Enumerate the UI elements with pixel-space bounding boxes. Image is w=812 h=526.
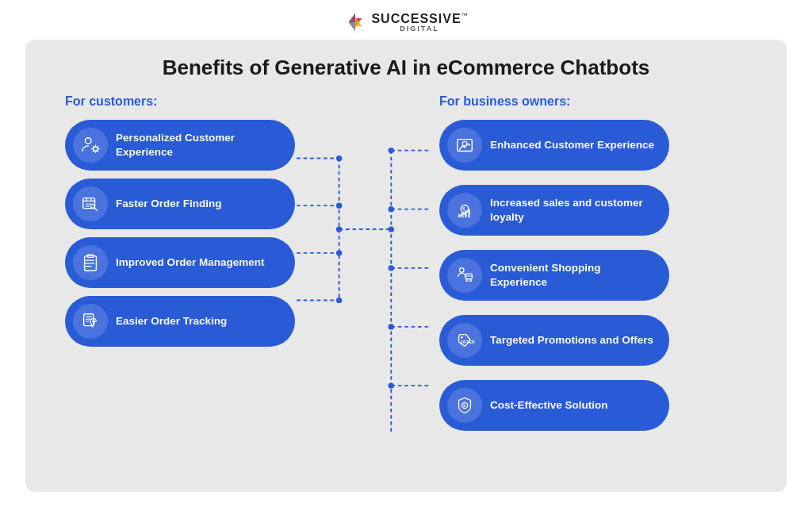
svg-point-14 <box>86 259 87 261</box>
columns-wrapper: For customers: Personalized Cust <box>49 94 763 476</box>
header: SUCCESSIVE™ DIGITAL <box>0 0 812 40</box>
cost-text: Cost-Effective Solution <box>490 398 608 413</box>
svg-point-34 <box>461 336 463 339</box>
convenient-icon-box <box>447 258 482 293</box>
main-title: Benefits of Generative AI in eCommerce C… <box>163 56 650 80</box>
right-item-increased: $ Increased sales and customer loyalty <box>439 185 669 236</box>
logo-digital: DIGITAL <box>371 25 467 33</box>
map-marker-icon <box>80 311 101 332</box>
easier-text: Easier Order Tracking <box>116 314 227 328</box>
logo-icon <box>344 11 366 33</box>
svg-point-32 <box>466 279 468 281</box>
page-wrapper: SUCCESSIVE™ DIGITAL Benefits of Generati… <box>0 0 812 526</box>
svg-point-3 <box>86 138 91 144</box>
left-item-easier: Easier Order Tracking <box>65 296 295 347</box>
enhanced-icon-box <box>447 128 482 163</box>
left-column: For customers: Personalized Cust <box>49 94 392 476</box>
faster-text: Faster Order Finding <box>116 197 222 211</box>
right-item-targeted: OFFER Targeted Promotions and Offers <box>439 315 669 366</box>
svg-rect-29 <box>468 209 470 217</box>
user-gear-icon <box>80 135 101 155</box>
enhanced-text: Enhanced Customer Experience <box>490 138 654 152</box>
increased-text: Increased sales and customer loyalty <box>490 196 655 224</box>
right-item-enhanced: Enhanced Customer Experience <box>439 120 669 171</box>
clipboard-list-icon <box>80 252 101 273</box>
svg-marker-2 <box>349 13 355 31</box>
chart-up-icon <box>454 135 475 155</box>
right-column-label: For business owners: <box>439 94 570 109</box>
logo-text: SUCCESSIVE™ DIGITAL <box>371 13 467 33</box>
targeted-icon-box: OFFER <box>447 323 482 358</box>
logo-tm: ™ <box>462 13 468 19</box>
coin-shield-icon: $ <box>454 395 475 416</box>
svg-rect-28 <box>465 210 467 217</box>
svg-point-21 <box>92 321 94 323</box>
increased-icon-box: $ <box>447 193 482 228</box>
personalized-text: Personalized CustomerExperience <box>116 131 235 159</box>
svg-point-33 <box>469 279 471 281</box>
targeted-text: Targeted Promotions and Offers <box>490 333 653 347</box>
convenient-text: Convenient Shopping Experience <box>490 261 655 289</box>
right-item-cost: $ Cost-Effective Solution <box>439 380 669 431</box>
svg-rect-17 <box>84 314 94 326</box>
infographic-container: Benefits of Generative AI in eCommerce C… <box>25 40 787 492</box>
offer-tag-icon: OFFER <box>454 330 475 351</box>
right-items-list: Enhanced Customer Experience $ <box>439 120 763 438</box>
left-column-label: For customers: <box>65 94 157 109</box>
faster-icon-box <box>73 186 108 221</box>
personalized-icon-box <box>73 128 108 163</box>
cart-search-icon <box>80 194 101 214</box>
right-item-convenient: Convenient Shopping Experience <box>439 250 669 301</box>
svg-point-15 <box>86 263 87 264</box>
left-item-personalized: Personalized CustomerExperience <box>65 120 295 171</box>
logo-container: SUCCESSIVE™ DIGITAL <box>344 11 467 33</box>
logo-brand: SUCCESSIVE <box>371 13 461 25</box>
easier-icon-box <box>73 304 108 339</box>
svg-point-8 <box>90 204 94 208</box>
improved-icon-box <box>73 245 108 280</box>
svg-text:OFFER: OFFER <box>461 340 475 344</box>
svg-point-16 <box>86 266 87 267</box>
improved-text: Improved Order Management <box>116 255 265 270</box>
right-column: For business owners: Enhanced Customer E… <box>392 94 763 476</box>
svg-rect-26 <box>458 214 461 218</box>
cost-icon-box: $ <box>447 388 482 423</box>
svg-point-30 <box>460 268 465 273</box>
sales-up-icon: $ <box>454 200 475 221</box>
svg-rect-5 <box>83 198 95 209</box>
left-item-improved: Improved Order Management <box>65 237 295 288</box>
left-items-list: Personalized CustomerExperience <box>65 120 392 347</box>
svg-rect-27 <box>462 213 464 218</box>
cart-person-icon <box>454 265 475 286</box>
left-item-faster: Faster Order Finding <box>65 179 295 229</box>
svg-text:$: $ <box>463 403 466 408</box>
